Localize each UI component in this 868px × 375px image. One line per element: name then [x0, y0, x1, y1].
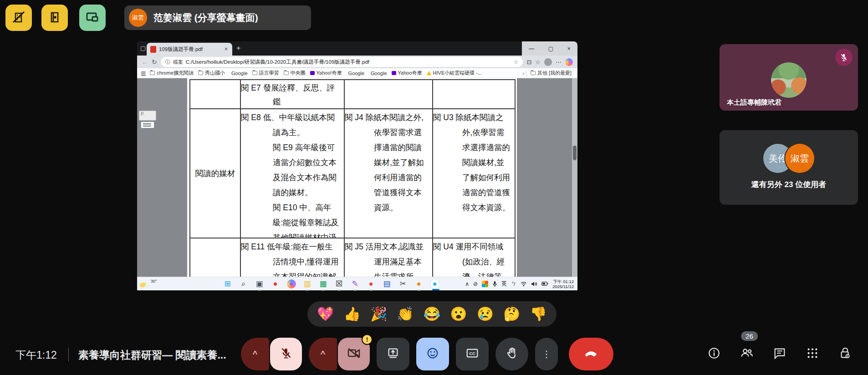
- bookmark-label: Yahoo!奇摩: [317, 70, 342, 76]
- browser-essentials-icon[interactable]: ⊡: [526, 59, 531, 66]
- tab-panel-icon[interactable]: ▢: [140, 45, 146, 51]
- bookmark-star-icon[interactable]: ☆: [514, 59, 519, 65]
- pdf-page: 閱 E7 發展詮釋、反思、評鑑 文本的能力。 閱讀的媒材 閱 E8 低、中年級以…: [187, 78, 517, 277]
- taskbar-app-icon-capture[interactable]: ☒: [334, 279, 345, 289]
- participant-tile[interactable]: 本土語專輔陳玳君: [720, 44, 858, 111]
- taskbar-time: 下午 01:12: [552, 279, 574, 284]
- taskbar-app-icon-chrome[interactable]: ●: [366, 279, 377, 289]
- taskbar-app-icon-chrome-alt[interactable]: ●: [414, 279, 424, 289]
- mic-options-button[interactable]: ^: [241, 338, 269, 370]
- bookmark-item[interactable]: Yahoo奇摩: [389, 70, 424, 76]
- more-participants-tile[interactable]: 美伶 淑雲 還有另外 23 位使用者: [720, 130, 858, 205]
- tray-volume-icon[interactable]: [531, 281, 537, 287]
- restore-button[interactable]: ▢: [546, 46, 556, 52]
- taskbar-app-icon-start[interactable]: ⊞: [222, 279, 233, 289]
- tray-battery-icon[interactable]: [541, 281, 548, 286]
- bookmark-item[interactable]: 中央團: [281, 70, 308, 76]
- taskbar-app-icon-photos[interactable]: ▣: [254, 279, 265, 289]
- cam-options-button[interactable]: ^: [309, 338, 337, 370]
- reaction-emoji-button[interactable]: 😢: [477, 307, 494, 321]
- screen-share-button[interactable]: [79, 5, 106, 31]
- reaction-emoji-button[interactable]: 👏: [397, 307, 414, 321]
- tray-color-grid-icon[interactable]: [482, 281, 488, 287]
- browser-tab-pdf[interactable]: 109版議題手冊.pdf ×: [147, 43, 232, 56]
- taskbar-app-icon-edge[interactable]: ●: [430, 279, 439, 289]
- bookmarks-overflow-icon[interactable]: ›: [522, 71, 524, 76]
- tray-ime-mode-icon[interactable]: ㄅ: [511, 280, 516, 288]
- other-favorites-item[interactable]: 其他 [我的最愛]: [528, 70, 574, 76]
- present-button[interactable]: [377, 338, 409, 370]
- table-cell: 閱 E7 發展詮釋、反思、評鑑 文本的能力。: [241, 80, 345, 108]
- meeting-panels: 26: [698, 346, 862, 360]
- reaction-emoji-button[interactable]: 🤔: [503, 307, 520, 321]
- bookmark-item[interactable]: Yahoo!奇摩: [308, 70, 344, 76]
- reaction-emoji-button[interactable]: 😮: [450, 307, 467, 321]
- table-cell: [345, 80, 433, 108]
- page-info-icon[interactable]: ⓘ: [165, 59, 170, 66]
- reaction-emoji-button[interactable]: 💖: [317, 307, 334, 321]
- sidebar-toggle-icon[interactable]: ▥: [141, 70, 146, 76]
- bookmark-item[interactable]: 語言學習: [250, 70, 281, 76]
- captions-button[interactable]: CC: [456, 338, 489, 370]
- scrollbar-thumb[interactable]: [573, 146, 577, 160]
- taskbar-clock[interactable]: 下午 01:12 2025/11/12: [552, 279, 576, 289]
- bookmark-label: Google: [231, 71, 247, 76]
- address-bar[interactable]: ⓘ 檔案 C:/Users/hoiliuk/Desktop/研習講義/10-20…: [161, 57, 523, 67]
- door-exit-button[interactable]: [41, 5, 68, 31]
- taskbar-app-icon-paint[interactable]: ✎: [350, 279, 361, 289]
- browser-menu-icon[interactable]: ⋯: [556, 59, 562, 66]
- more-options-button[interactable]: ⋮: [535, 338, 558, 370]
- reactions-toggle-button[interactable]: [416, 338, 449, 370]
- profile-avatar[interactable]: [544, 58, 552, 66]
- host-controls-button[interactable]: [829, 346, 862, 360]
- tab-close-icon[interactable]: ×: [224, 46, 229, 52]
- copilot-icon[interactable]: [565, 58, 573, 66]
- tray-hidden-icons-icon[interactable]: ∧: [465, 281, 469, 287]
- bookmark-item[interactable]: chrome擴充閱讀: [148, 70, 196, 76]
- tray-ime-icon[interactable]: 英: [501, 280, 507, 288]
- taskbar-app-icon-copilot[interactable]: ●: [287, 279, 296, 289]
- reaction-emoji-button[interactable]: 😂: [424, 307, 440, 321]
- people-panel-button[interactable]: 26: [730, 346, 763, 360]
- bookmark-item[interactable]: Google: [344, 71, 367, 76]
- taskbar-app-icon-sheets[interactable]: ▦: [318, 279, 329, 289]
- chat-panel-button[interactable]: [763, 346, 796, 360]
- reaction-emoji-button[interactable]: 🎉: [370, 307, 387, 321]
- minimize-button[interactable]: —: [526, 46, 537, 52]
- refresh-icon[interactable]: ↻: [152, 58, 157, 66]
- tray-dnd-icon[interactable]: ⊘: [473, 281, 478, 287]
- bookmark-item[interactable]: HIVE小組雲端硬碟 -...: [424, 70, 485, 76]
- building-mute-button[interactable]: [5, 5, 32, 31]
- leave-call-button[interactable]: [569, 338, 613, 370]
- bookmark-item[interactable]: Google: [367, 71, 389, 76]
- bookmark-label: Yahoo奇摩: [398, 70, 422, 76]
- reaction-emoji-button[interactable]: 👍: [343, 307, 360, 321]
- cam-toggle-button[interactable]: !: [338, 338, 370, 370]
- activities-grid-button[interactable]: [796, 347, 829, 360]
- building-slash-icon: [11, 10, 26, 26]
- stacked-avatars: 美伶 淑雲: [763, 144, 814, 173]
- taskbar-app-icon-app-red[interactable]: ●: [270, 279, 281, 289]
- taskbar-app-icon-app-blue[interactable]: ▤: [382, 279, 393, 289]
- url-text[interactable]: C:/Users/hoiliuk/Desktop/研習講義/10-2020工具書…: [186, 59, 511, 66]
- bookmark-item[interactable]: Google: [227, 71, 250, 76]
- reaction-emoji-button[interactable]: 👎: [530, 307, 547, 321]
- mic-toggle-button[interactable]: [270, 338, 302, 370]
- tray-mic-icon[interactable]: [492, 281, 497, 287]
- meeting-details-button[interactable]: [698, 346, 730, 360]
- taskbar-app-icon-explorer[interactable]: ▥: [302, 279, 313, 289]
- new-tab-button[interactable]: +: [236, 44, 240, 52]
- tray-wifi-icon[interactable]: [521, 281, 527, 287]
- taskbar-weather-widget[interactable]: 30°: [137, 279, 205, 289]
- favorites-icon[interactable]: ☆: [535, 59, 541, 66]
- bookmark-item[interactable]: 秀山國小: [196, 70, 227, 76]
- back-icon[interactable]: ←: [142, 58, 148, 66]
- taskbar-app-icon-search[interactable]: ⌕: [238, 279, 249, 289]
- close-button[interactable]: ×: [565, 46, 573, 52]
- annotation-thumbnail[interactable]: [141, 122, 154, 128]
- taskbar-app-icon-snipping[interactable]: ✂: [398, 279, 408, 289]
- pdf-scrollbar[interactable]: [572, 78, 577, 277]
- presenter-avatar: 淑雲: [129, 9, 147, 27]
- camera-warning-badge: !: [362, 334, 373, 345]
- raise-hand-button[interactable]: [495, 338, 528, 370]
